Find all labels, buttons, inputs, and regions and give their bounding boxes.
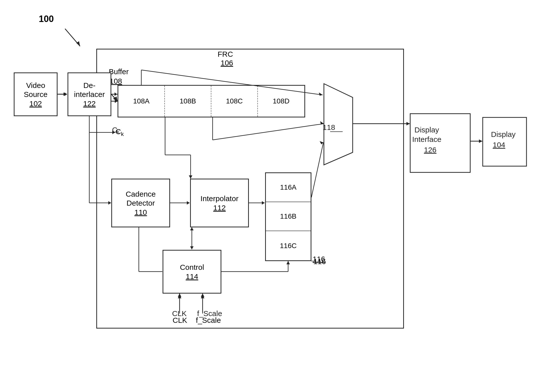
svg-marker-68 [406,122,410,125]
svg-text:Interface: Interface [412,135,441,143]
buffer-box: 108A 108B 108C 108D [118,85,305,117]
frame-row-b: 116B [266,202,311,231]
buffer-ref: 108 [110,77,122,85]
interpolator-box: Interpolator 112 [190,179,249,227]
frame-row-c: 116C [266,231,311,260]
svg-text:126: 126 [424,146,436,154]
interpolator-label: Interpolator [201,194,239,203]
svg-text:104: 104 [493,141,505,149]
frame-row-a: 116A [266,173,311,202]
video-source-label: Video Source [15,81,57,99]
deinterlacer-ref: 122 [83,99,96,108]
video-source-ref: 102 [29,99,42,108]
diagram-container: 100 FRC 106 Buffer 108 108A 108B 108C 10… [0,0,541,392]
video-source-box: Video Source 102 [14,72,58,116]
frames-116-label: 116 [313,257,326,266]
deinterlacer-label: De-interlacer [68,81,111,99]
cadence-detector-box: Cadence Detector 110 [111,179,170,227]
svg-rect-14 [410,114,470,172]
mux-ref: 118 [323,129,336,137]
svg-marker-1 [76,41,80,46]
cadence-detector-ref: 110 [134,208,147,217]
interpolator-ref: 112 [213,204,226,212]
buffer-seg-b: 108B [165,86,211,117]
frc-label: FRC [218,50,233,58]
control-box: Control 114 [163,250,221,294]
f-scale-label: f_Scale [196,316,221,325]
frames-box: 116A 116B 116C [265,172,311,261]
buffer-label: Buffer [109,67,129,76]
svg-text:Display: Display [491,130,515,138]
svg-rect-19 [483,117,526,166]
svg-text:Display: Display [414,126,439,134]
ck-label: Ck [116,127,124,137]
control-label: Control [180,263,204,272]
frc-ref: 106 [221,59,233,67]
cadence-detector-label: Cadence Detector [112,190,169,208]
buffer-seg-c: 108C [211,86,258,117]
buffer-seg-a: 108A [118,86,165,117]
control-ref: 114 [186,272,198,281]
svg-marker-26 [64,92,67,96]
deinterlacer-box: De-interlacer 122 [68,72,111,116]
svg-marker-70 [479,139,482,143]
svg-marker-8 [65,92,67,96]
svg-line-0 [65,29,80,46]
buffer-seg-d: 108D [258,86,304,117]
reference-100: 100 [39,14,54,24]
clk-label: CLK [173,316,187,325]
